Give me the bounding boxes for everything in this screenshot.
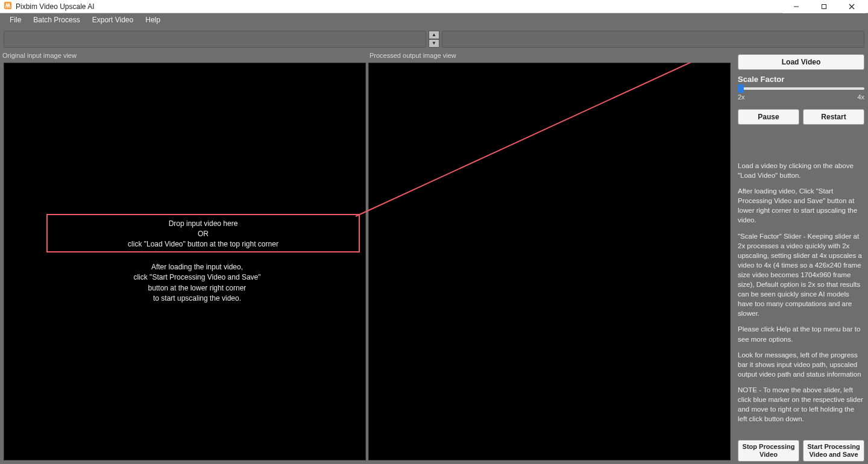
slider-tick-min: 2x	[738, 93, 745, 101]
left-combo[interactable]	[4, 31, 426, 48]
afterload-l2: click "Start Processing Video and Save"	[89, 272, 306, 283]
info-p3: "Scale Factor" Slider - Keeping slider a…	[738, 231, 864, 319]
callout-line1: Drop input video here	[52, 219, 354, 229]
window-title: Pixbim Video Upscale AI	[16, 2, 95, 11]
maximize-button[interactable]	[810, 0, 838, 13]
scale-factor-label: Scale Factor	[738, 75, 864, 84]
original-input-view[interactable]: Drop input video here OR click "Load Vid…	[4, 63, 366, 460]
info-p2: After loading video, Click "Start Proces…	[738, 186, 864, 225]
minimize-button[interactable]	[782, 0, 810, 13]
close-button[interactable]	[838, 0, 866, 13]
right-combo[interactable]	[442, 31, 864, 48]
callout-line2: OR	[52, 229, 354, 239]
app-icon	[4, 1, 12, 12]
drop-video-callout: Drop input video here OR click "Load Vid…	[46, 214, 360, 252]
callout-line3: click "Load Video" button at the top rig…	[52, 239, 354, 249]
slider-thumb[interactable]	[738, 84, 744, 93]
load-video-button[interactable]: Load Video	[738, 54, 864, 70]
svg-rect-0	[4, 1, 11, 8]
stop-processing-button[interactable]: Stop Processing Video	[738, 440, 799, 462]
pause-button[interactable]: Pause	[738, 109, 799, 125]
afterload-l4: to start upscaling the video.	[89, 293, 306, 304]
menu-batch[interactable]: Batch Process	[27, 14, 86, 25]
info-p4: Please click Help at the top menu bar to…	[738, 324, 864, 343]
menu-file[interactable]: File	[4, 14, 27, 25]
processed-output-view	[368, 63, 731, 460]
menu-help[interactable]: Help	[139, 14, 166, 25]
spinner-controls: ▲ ▼	[429, 31, 439, 48]
titlebar: Pixbim Video Upscale AI	[0, 0, 868, 13]
restart-button[interactable]: Restart	[803, 109, 864, 125]
original-view-label: Original input image view	[0, 52, 367, 63]
spinner-down-button[interactable]: ▼	[429, 39, 439, 48]
info-p1: Load a video by clicking on the above "L…	[738, 161, 864, 180]
processed-view-label: Processed output image view	[367, 52, 734, 63]
info-p5: Look for messages, left of the progress …	[738, 350, 864, 379]
right-panel: Load Video Scale Factor 2x 4x Pause Rest…	[734, 52, 868, 464]
tool-row: ▲ ▼	[0, 27, 868, 52]
spinner-up-button[interactable]: ▲	[429, 31, 439, 39]
start-processing-button[interactable]: Start Processing Video and Save	[803, 440, 864, 462]
svg-rect-2	[822, 4, 826, 8]
afterload-l3: button at the lower right corner	[89, 283, 306, 293]
afterload-l1: After loading the input video,	[89, 262, 306, 272]
window-controls	[782, 0, 866, 13]
info-p6: NOTE - To move the above slider, left cl…	[738, 385, 864, 424]
menu-export[interactable]: Export Video	[86, 14, 140, 25]
slider-tick-max: 4x	[857, 93, 864, 101]
info-text: Load a video by clicking on the above "L…	[738, 161, 864, 436]
scale-factor-slider[interactable]: 2x 4x	[738, 87, 864, 101]
after-load-hint: After loading the input video, click "St…	[89, 262, 306, 304]
menubar: File Batch Process Export Video Help	[0, 13, 868, 27]
